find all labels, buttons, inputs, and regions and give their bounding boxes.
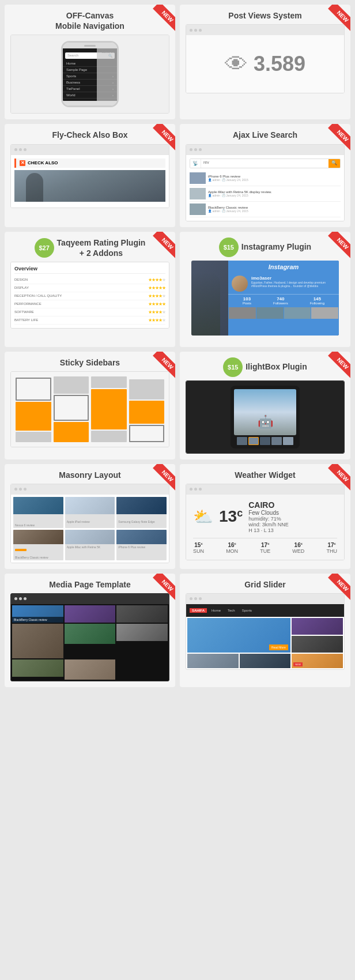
dot2 (194, 148, 197, 151)
price-badge: $15 (223, 357, 243, 377)
weather-temp-display: 13c (219, 507, 243, 526)
sticky-col-3 (91, 376, 127, 442)
masonry-item-2: Apple iPad review (65, 497, 115, 528)
dot3 (199, 488, 202, 491)
forecast-thu: 17c THU (326, 542, 337, 554)
masonry-img-1 (13, 497, 63, 514)
new-badge (141, 574, 175, 608)
phone-mock: Search 🔍 Home Sample Page Sports› Busine… (61, 41, 119, 107)
rating-label-design: DESIGN (14, 278, 28, 281)
media-cell-text-1: BlackBerry Classic review (12, 617, 63, 623)
sticky-block-orange-2 (54, 422, 89, 442)
media-grid: BlackBerry Classic review (11, 604, 169, 681)
slider-bottom-2 (240, 654, 291, 668)
overview-label: Overview (14, 266, 165, 274)
sticky-block-gray-3a (91, 376, 127, 388)
masonry-caption-4: BlackBerry Classic review (13, 555, 63, 560)
humidity: humidity: 71% (248, 516, 289, 522)
features-grid: OFF-Canvas Mobile Navigation Search 🔍 Ho… (0, 0, 355, 692)
dot2 (194, 29, 197, 32)
dot1 (190, 597, 192, 600)
rating-row-reception: RECEPTION / CALL QUALITY ★★★★★ (14, 292, 165, 300)
media-cell-5 (65, 624, 116, 644)
lightbox-thumb-4 (271, 437, 282, 445)
avatar (232, 276, 248, 292)
nav-tech: Tech (225, 609, 237, 612)
card-title: Taqyeem Rating Plugin + 2 Addons (57, 238, 146, 258)
new-badge (141, 352, 175, 386)
card-off-canvas: OFF-Canvas Mobile Navigation Search 🔍 Ho… (5, 5, 175, 119)
sticky-block-gray-2a (54, 376, 89, 394)
posts-label: Posts (243, 301, 251, 305)
thumb2 (256, 307, 284, 319)
new-badge (316, 574, 350, 608)
slider-main-image: Read More (187, 618, 290, 653)
dot2 (19, 488, 22, 491)
masonry-item-6: iPhone 6 Plus review (116, 530, 167, 560)
card-weather: Weather Widget ⛅ 13c CAIRO Few Clouds hu… (180, 464, 350, 569)
dot3 (24, 148, 27, 151)
new-badge (316, 232, 350, 266)
masonry-tag-4 (15, 549, 27, 551)
rating-row-software: SOFTWARE ★★★★★ (14, 308, 165, 316)
phone-speaker (84, 45, 96, 47)
text-line (15, 515, 62, 518)
forecast-tue: 17c TUE (260, 542, 270, 554)
slider-bottom: NEW (186, 654, 344, 669)
masonry-img-5 (65, 530, 115, 544)
card-ilightbox: $15 IlightBox Plugin 🤖 (180, 352, 350, 459)
nav-home: Home (209, 609, 223, 612)
card-preview: 🤖 (186, 380, 345, 454)
rating-row-design: DESIGN ★★★★★ (14, 276, 165, 284)
views-number: 3.589 (254, 52, 305, 76)
phone-top (63, 43, 117, 48)
rating-row-display: DISPLAY ★★★★★ (14, 284, 165, 292)
eye-icon: 👁 (225, 51, 248, 77)
person-bg (191, 272, 220, 336)
person-silhouette (26, 173, 43, 202)
insta-profile: imo3aser Egyptian, Father, Husband, I de… (228, 273, 339, 294)
text-line (67, 515, 114, 518)
new-badge (316, 5, 350, 39)
feed-icon: 📡 (190, 159, 201, 168)
dot1 (14, 597, 17, 600)
masonry-caption-5: Apple iMac with Retina 5K (65, 544, 115, 550)
slider-main: Read More (186, 617, 344, 654)
masonry-caption-1: Nexus 6 review (13, 522, 63, 528)
slider-side (292, 618, 343, 653)
sticky-col-4 (129, 379, 165, 442)
search-input-display: rev (201, 159, 328, 168)
search-text: Search (67, 54, 78, 58)
lightbox-thumb-5 (283, 437, 293, 445)
rating-row-battery: BATTERY LIFE ★★★★★ (14, 316, 165, 325)
lightbox-thumb-2 (248, 437, 259, 445)
dot1 (14, 488, 17, 491)
slider-logo: SAHIFA (190, 608, 207, 613)
search-button[interactable]: 🔍 (328, 159, 340, 168)
day-wed: WED (292, 548, 304, 554)
card-preview: Search 🔍 Home Sample Page Sports› Busine… (10, 35, 169, 114)
result-meta-3: 👤 admin 🕐 January 24, 2015 (208, 209, 248, 213)
lightbox-thumb-3 (260, 437, 270, 445)
card-fly-check: Fly-Check Also Box ✕ CHECK ALSO 13,000+ … (5, 124, 175, 227)
new-label: NEW (293, 662, 302, 666)
masonry-item-4: BlackBerry Classic review (13, 530, 63, 560)
image-inner (14, 170, 165, 202)
wind: wind: 3km/h NNE (248, 522, 289, 527)
read-more-btn[interactable]: Read More (269, 644, 288, 650)
weather-forecast: 15c SUN 16c MON 17c TUE 16c WED (193, 538, 337, 554)
sticky-col-2 (54, 376, 89, 442)
card-preview: Instagram imo3aser Egyptian, Father, Hus… (186, 261, 345, 341)
media-cell-7 (12, 659, 63, 677)
weather-preview: ⛅ 13c CAIRO Few Clouds humidity: 71% win… (186, 495, 344, 560)
rating-label-display: DISPLAY (14, 286, 29, 289)
city-name: CAIRO (248, 500, 289, 510)
slider-side-img-2 (292, 636, 343, 653)
dot3 (199, 597, 202, 600)
card-media-page: Media Page Template BlackBerry Classic r… (5, 574, 175, 687)
following-count: 145 (310, 296, 324, 301)
media-cell-4 (12, 624, 63, 658)
result-thumbnail-1 (190, 172, 206, 184)
posts-count: 103 (243, 296, 251, 301)
result-info-2: Apple iMac with Retina 5K display review… (208, 190, 272, 197)
